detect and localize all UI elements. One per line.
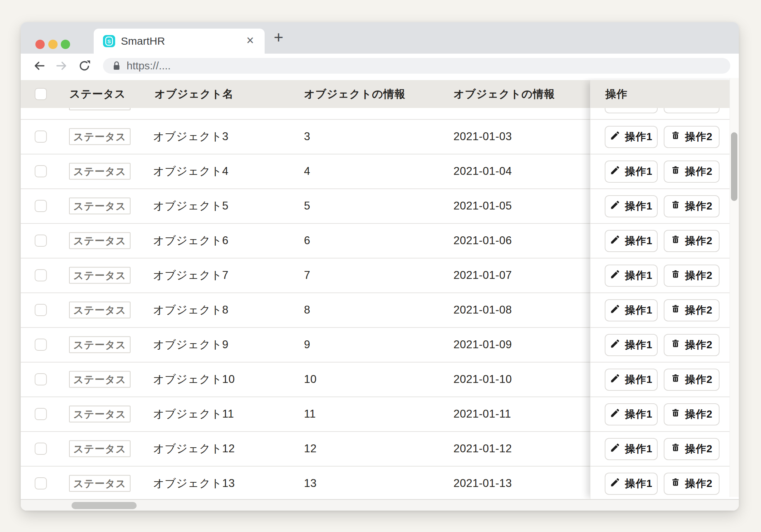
select-all-checkbox[interactable]	[35, 88, 47, 100]
delete-action-label: 操作2	[685, 164, 712, 179]
row-checkbox[interactable]	[35, 165, 47, 177]
cell-object-info: 12	[304, 442, 316, 455]
edit-action-button[interactable]: 操作1	[605, 334, 658, 356]
zoom-window-button[interactable]	[61, 40, 70, 49]
pencil-icon	[610, 130, 620, 143]
delete-action-button[interactable]: 操作2	[664, 265, 720, 287]
smarthr-favicon-icon: S	[103, 35, 115, 47]
horizontal-scrollbar-thumb[interactable]	[72, 502, 137, 509]
new-tab-button[interactable]: +	[269, 27, 288, 48]
svg-text:S: S	[107, 38, 111, 44]
delete-action-button[interactable]: 操作2	[664, 403, 720, 425]
back-icon[interactable]	[30, 56, 49, 75]
table-viewport: ステータスオブジェクト222021-01-02ステータスオブジェクト332021…	[21, 78, 739, 499]
url-text[interactable]: https://....	[127, 58, 171, 74]
cell-object-date: 2021-01-04	[453, 165, 512, 178]
row-checkbox[interactable]	[35, 477, 47, 489]
table-row-actions: 操作1操作2	[590, 189, 739, 224]
cell-object-date: 2021-01-03	[453, 130, 512, 143]
tab-title: SmartHR	[121, 29, 165, 54]
cell-object-name: オブジェクト8	[153, 302, 229, 317]
delete-action-button[interactable]: 操作2	[664, 438, 720, 460]
forward-icon[interactable]	[52, 56, 71, 75]
cell-object-info: 4	[304, 165, 310, 178]
cell-object-date: 2021-01-06	[453, 234, 512, 247]
horizontal-scrollbar-track[interactable]	[21, 499, 739, 511]
table-header: ステータス オブジェクト名 オブジェクトの情報 オブジェクトの情報	[21, 80, 590, 108]
cell-object-date: 2021-01-05	[453, 200, 512, 212]
vertical-scrollbar-thumb[interactable]	[731, 132, 737, 201]
row-checkbox[interactable]	[35, 200, 47, 212]
cell-object-date: 2021-01-11	[453, 408, 511, 420]
status-badge: ステータス	[69, 406, 131, 423]
delete-action-button[interactable]: 操作2	[664, 299, 720, 321]
edit-action-button[interactable]: 操作1	[605, 473, 658, 495]
column-header-info2: オブジェクトの情報	[453, 87, 555, 102]
edit-action-label: 操作1	[625, 130, 652, 144]
cell-object-date: 2021-01-09	[453, 338, 512, 351]
status-badge: ステータス	[69, 475, 131, 492]
delete-action-label: 操作2	[685, 477, 712, 491]
delete-action-button[interactable]: 操作2	[664, 334, 720, 356]
row-checkbox[interactable]	[35, 130, 47, 143]
cell-object-info: 7	[304, 269, 310, 282]
row-checkbox[interactable]	[35, 269, 47, 281]
edit-action-label: 操作1	[625, 234, 652, 248]
row-checkbox[interactable]	[35, 443, 47, 455]
edit-action-button[interactable]: 操作1	[605, 403, 658, 425]
table-row-actions: 操作1操作2	[590, 432, 739, 467]
tab-close-icon[interactable]: ×	[246, 29, 254, 54]
delete-action-button[interactable]: 操作2	[664, 230, 720, 252]
table-row-actions: 操作1操作2	[590, 120, 739, 154]
row-checkbox[interactable]	[35, 304, 47, 316]
actions-column: 操作1操作2操作1操作2操作1操作2操作1操作2操作1操作2操作1操作2操作1操…	[590, 80, 739, 499]
edit-action-button[interactable]: 操作1	[605, 126, 658, 148]
table-row-actions: 操作1操作2	[590, 397, 739, 432]
delete-action-button[interactable]: 操作2	[664, 473, 720, 495]
table-row-actions: 操作1操作2	[590, 258, 739, 293]
pencil-icon	[610, 234, 620, 247]
delete-action-button[interactable]: 操作2	[664, 161, 720, 183]
cell-object-info: 13	[304, 477, 316, 490]
edit-action-button[interactable]: 操作1	[605, 299, 658, 321]
row-checkbox[interactable]	[35, 373, 47, 385]
status-badge: ステータス	[69, 440, 131, 457]
row-checkbox[interactable]	[35, 235, 47, 247]
cell-object-name: オブジェクト10	[153, 372, 235, 387]
row-checkbox[interactable]	[35, 408, 47, 420]
delete-action-button[interactable]: 操作2	[664, 195, 720, 217]
delete-action-label: 操作2	[685, 373, 712, 387]
cell-object-name: オブジェクト4	[153, 164, 229, 179]
edit-action-button[interactable]: 操作1	[605, 438, 658, 460]
table-row-actions: 操作1操作2	[590, 154, 739, 189]
pencil-icon	[610, 165, 620, 178]
address-bar[interactable]: https://....	[103, 58, 730, 74]
reload-icon[interactable]	[75, 56, 94, 75]
edit-action-button[interactable]: 操作1	[605, 369, 658, 391]
trash-icon	[671, 373, 681, 386]
delete-action-label: 操作2	[685, 269, 712, 283]
column-header-info1: オブジェクトの情報	[304, 87, 406, 102]
status-badge: ステータス	[69, 163, 131, 180]
edit-action-button[interactable]: 操作1	[605, 195, 658, 217]
close-window-button[interactable]	[35, 40, 45, 49]
edit-action-button[interactable]: 操作1	[605, 230, 658, 252]
delete-action-label: 操作2	[685, 130, 712, 144]
row-checkbox[interactable]	[35, 339, 47, 351]
table-row-actions: 操作1操作2	[590, 328, 739, 363]
delete-action-button[interactable]: 操作2	[664, 126, 720, 148]
delete-action-label: 操作2	[685, 338, 712, 352]
cell-object-name: オブジェクト7	[153, 268, 229, 283]
tab-smarthr[interactable]: S SmartHR ×	[94, 29, 265, 54]
delete-action-label: 操作2	[685, 199, 712, 213]
cell-object-date: 2021-01-07	[453, 269, 512, 282]
cell-object-date: 2021-01-13	[453, 477, 512, 490]
edit-action-button[interactable]: 操作1	[605, 161, 658, 183]
minimize-window-button[interactable]	[48, 40, 58, 49]
trash-icon	[671, 269, 681, 282]
delete-action-button[interactable]: 操作2	[664, 369, 720, 391]
column-header-status: ステータス	[69, 87, 126, 102]
edit-action-button[interactable]: 操作1	[605, 265, 658, 287]
table-row-actions: 操作1操作2	[590, 293, 739, 328]
trash-icon	[671, 477, 681, 490]
